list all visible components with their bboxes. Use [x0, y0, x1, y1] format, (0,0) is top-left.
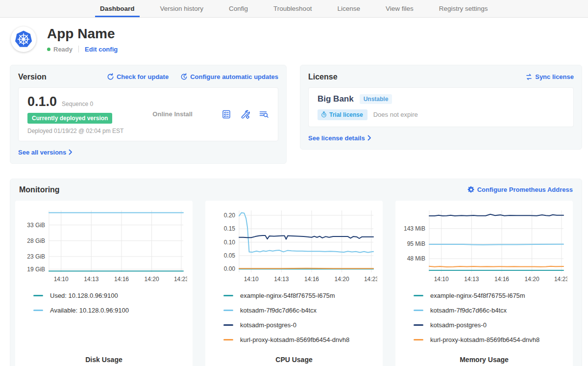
svg-text:33 GiB: 33 GiB — [27, 221, 45, 228]
legend-swatch — [223, 310, 233, 311]
legend-swatch — [223, 324, 233, 326]
version-info: 0.1.0 Sequence 0 Currently deployed vers… — [27, 94, 123, 134]
legend-label: Used: 10.128.0.96:9100 — [50, 292, 118, 299]
license-panel: License Sync license Big Bank Unstable — [300, 65, 582, 150]
expiry-label: Does not expire — [373, 111, 418, 118]
svg-text:14:20: 14:20 — [335, 276, 349, 283]
edit-config-values-icon[interactable] — [240, 109, 250, 119]
chart-card-cpu-usage: 14:1014:1314:1614:2014:230.000.050.100.1… — [205, 201, 383, 366]
clock-refresh-icon — [180, 73, 188, 80]
svg-text:14:20: 14:20 — [525, 276, 539, 283]
configure-auto-updates-link[interactable]: Configure automatic updates — [180, 73, 278, 80]
legend-swatch — [33, 295, 43, 296]
version-sequence: Sequence 0 — [62, 101, 93, 107]
monitoring-panel: Monitoring Configure Prometheus Address … — [10, 179, 582, 366]
legend-item: kotsadm-postgres-0 — [414, 321, 568, 329]
svg-text:0.05: 0.05 — [224, 252, 236, 259]
chart-title: Memory Usage — [400, 351, 568, 366]
preflight-checks-icon[interactable] — [221, 109, 231, 119]
refresh-icon — [107, 73, 114, 80]
svg-text:14:10: 14:10 — [434, 276, 449, 283]
see-license-details-link[interactable]: See license details — [308, 134, 371, 142]
svg-text:14:16: 14:16 — [494, 276, 509, 283]
check-for-update-link[interactable]: Check for update — [107, 73, 169, 80]
tab-version-history[interactable]: Version history — [155, 0, 209, 17]
svg-text:14:10: 14:10 — [54, 276, 69, 283]
chart-plot: 14:1014:1314:1614:2014:2348 MiB95 MiB143… — [400, 206, 567, 286]
legend-item: example-nginx-54f8f76755-l675m — [223, 292, 378, 299]
configure-prometheus-link[interactable]: Configure Prometheus Address — [467, 186, 573, 193]
svg-text:14:23: 14:23 — [174, 276, 187, 283]
legend-item: example-nginx-54f8f76755-l675m — [414, 292, 568, 299]
edit-config-link[interactable]: Edit config — [85, 46, 118, 53]
license-card: Big Bank Unstable Trial license Does not… — [308, 87, 574, 127]
app-title: App Name — [47, 26, 118, 42]
chart-title: Disk Usage — [20, 351, 188, 366]
top-nav: DashboardVersion historyConfigTroublesho… — [0, 0, 588, 18]
monitoring-title: Monitoring — [19, 185, 60, 194]
sync-icon — [525, 74, 533, 80]
legend-label: example-nginx-54f8f76755-l675m — [430, 292, 525, 299]
app-status: Ready — [53, 46, 73, 53]
chevron-right-icon — [69, 149, 73, 155]
tab-troubleshoot[interactable]: Troubleshoot — [269, 0, 317, 17]
legend-item: kotsadm-7f9dc7d66c-b4tcx — [414, 307, 568, 314]
tab-config[interactable]: Config — [224, 0, 253, 17]
legend-swatch — [414, 310, 423, 311]
chart-card-memory-usage: 14:1014:1314:1614:2014:2348 MiB95 MiB143… — [395, 201, 573, 366]
deploy-logs-icon[interactable] — [259, 109, 269, 119]
legend-swatch — [223, 339, 233, 340]
svg-text:14:10: 14:10 — [244, 276, 259, 283]
tab-license[interactable]: License — [332, 0, 365, 17]
legend-swatch — [33, 310, 43, 311]
svg-text:23 GiB: 23 GiB — [27, 253, 45, 260]
svg-text:0.00: 0.00 — [224, 265, 236, 272]
legend-item: kotsadm-postgres-0 — [223, 321, 378, 329]
deployed-timestamp: Deployed 01/19/22 @ 02:04 pm EST — [27, 128, 123, 134]
svg-text:95 MiB: 95 MiB — [407, 240, 425, 247]
legend-label: example-nginx-54f8f76755-l675m — [240, 292, 335, 299]
tab-view-files[interactable]: View files — [381, 0, 418, 17]
see-all-versions-link[interactable]: See all versions — [18, 149, 73, 156]
legend-swatch — [414, 339, 423, 340]
svg-text:28 GiB: 28 GiB — [27, 237, 45, 244]
version-panel: Version Check for update Configure autom… — [10, 65, 287, 164]
svg-text:14:16: 14:16 — [304, 276, 319, 283]
legend-swatch — [414, 324, 423, 326]
legend-label: kotsadm-postgres-0 — [430, 321, 487, 329]
svg-text:19 GiB: 19 GiB — [27, 265, 45, 272]
legend-label: Available: 10.128.0.96:9100 — [50, 307, 129, 314]
legend-swatch — [414, 295, 423, 296]
legend-label: kurl-proxy-kotsadm-8569fb6454-dnvh8 — [240, 336, 349, 343]
tab-registry-settings[interactable]: Registry settings — [434, 0, 493, 17]
chart-plot: 14:1014:1314:1614:2014:2319 GiB23 GiB28 … — [20, 206, 187, 286]
chart-legend: example-nginx-54f8f76755-l675mkotsadm-7f… — [223, 292, 378, 351]
svg-text:14:16: 14:16 — [114, 276, 129, 283]
svg-text:0.10: 0.10 — [224, 238, 236, 245]
legend-item: Available: 10.128.0.96:9100 — [33, 307, 188, 314]
divider — [78, 46, 79, 52]
svg-text:14:20: 14:20 — [145, 276, 159, 283]
svg-text:48 MiB: 48 MiB — [407, 255, 425, 262]
current-version-card: 0.1.0 Sequence 0 Currently deployed vers… — [18, 87, 278, 141]
install-type-label: Online Install — [152, 110, 193, 118]
legend-swatch — [223, 295, 233, 296]
gear-icon — [467, 186, 475, 193]
legend-label: kotsadm-7f9dc7d66c-b4tcx — [430, 307, 507, 314]
license-panel-title: License — [308, 73, 338, 81]
channel-badge: Unstable — [360, 94, 392, 104]
chart-title: CPU Usage — [210, 351, 378, 366]
chart-card-disk-usage: 14:1014:1314:1614:2014:2319 GiB23 GiB28 … — [15, 201, 193, 366]
legend-item: Used: 10.128.0.96:9100 — [33, 292, 188, 299]
trial-license-badge: Trial license — [318, 109, 368, 120]
chart-legend: Used: 10.128.0.96:9100Available: 10.128.… — [33, 292, 188, 321]
legend-label: kotsadm-7f9dc7d66c-b4tcx — [240, 307, 317, 314]
svg-text:14:13: 14:13 — [274, 276, 289, 283]
chevron-right-icon — [368, 135, 371, 141]
svg-text:14:13: 14:13 — [84, 276, 98, 283]
svg-text:0.15: 0.15 — [224, 225, 236, 232]
svg-text:0.20: 0.20 — [224, 212, 236, 219]
sync-license-link[interactable]: Sync license — [525, 73, 574, 80]
tab-dashboard[interactable]: Dashboard — [95, 0, 140, 17]
chart-plot: 14:1014:1314:1614:2014:230.000.050.100.1… — [210, 206, 377, 286]
